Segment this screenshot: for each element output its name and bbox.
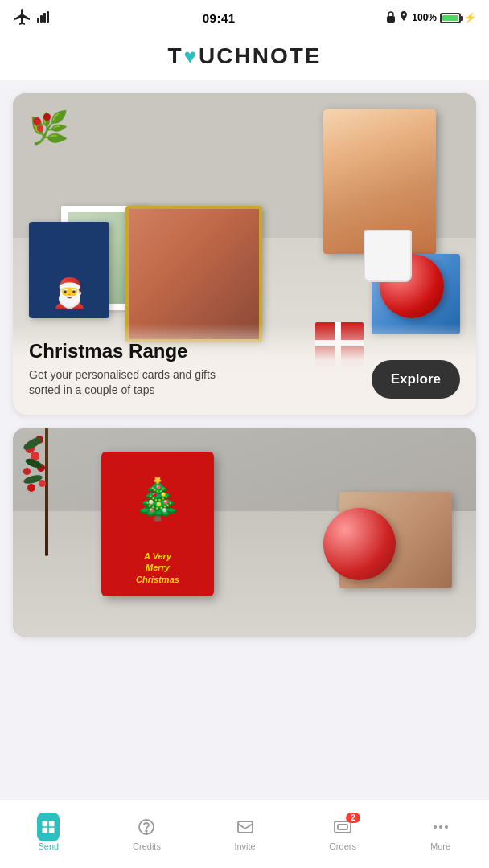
nav-item-invite[interactable]: Invite [221, 809, 269, 851]
send-nav-label: Send [38, 841, 59, 851]
credits-nav-icon [135, 816, 158, 838]
banner-title: Christmas Range [29, 340, 222, 362]
status-bar: 09:41 100% ⚡ [0, 0, 489, 35]
credits-nav-label: Credits [133, 841, 161, 851]
svg-rect-5 [43, 821, 48, 827]
second-banner-card[interactable]: A Very Merry Christmas [13, 428, 476, 637]
logo-heart-icon: ♥ [184, 44, 198, 69]
more-nav-icon [429, 816, 452, 838]
nav-item-more[interactable]: More [417, 809, 465, 851]
lock-icon [386, 11, 396, 25]
svg-rect-13 [338, 825, 347, 829]
main-content: Christmas Range Get your personalised ca… [0, 80, 489, 730]
berry-branch [29, 109, 77, 206]
send-icon-bg [37, 813, 60, 841]
svg-rect-2 [43, 13, 46, 23]
app-logo: T♥UCHNOTE [168, 43, 322, 69]
mug [364, 230, 412, 282]
banner-overlay: Christmas Range Get your personalised ca… [13, 324, 476, 415]
svg-point-15 [439, 825, 442, 829]
svg-rect-4 [387, 16, 395, 23]
banner-text: Christmas Range Get your personalised ca… [29, 340, 222, 399]
logo-t: T [168, 43, 183, 69]
svg-rect-12 [335, 821, 351, 833]
airplane-icon [13, 7, 32, 29]
more-nav-label: More [430, 841, 450, 851]
berry-branch-2 [21, 428, 85, 588]
bottom-nav: Send Credits Invite 2 [0, 800, 489, 868]
svg-rect-1 [40, 15, 43, 23]
status-left [13, 7, 51, 29]
invite-nav-icon [234, 816, 257, 838]
charging-icon: ⚡ [464, 12, 476, 23]
santa-card [29, 222, 109, 318]
christmas-banner-card[interactable]: Christmas Range Get your personalised ca… [13, 93, 476, 415]
explore-button[interactable]: Explore [372, 360, 460, 399]
orders-nav-label: Orders [329, 841, 356, 851]
xmas-card-text: A Very Merry Christmas [101, 551, 214, 585]
send-nav-icon [37, 816, 60, 838]
banner-subtitle: Get your personalised cards and gifts so… [29, 367, 222, 399]
svg-rect-8 [49, 828, 55, 833]
orders-nav-icon: 2 [331, 816, 354, 838]
battery-percent: 100% [412, 12, 437, 23]
invite-nav-label: Invite [234, 841, 255, 851]
christmas-card: A Very Merry Christmas [101, 452, 214, 596]
svg-rect-3 [47, 11, 49, 23]
svg-point-14 [434, 825, 437, 829]
status-time: 09:41 [203, 11, 236, 25]
second-christmas-scene: A Very Merry Christmas [13, 428, 476, 637]
svg-point-16 [445, 825, 448, 829]
couple-card [125, 206, 262, 342]
signal-icon [37, 11, 51, 25]
orders-badge: 2 [346, 813, 360, 823]
location-icon [399, 11, 409, 25]
logo-rest: UCHNOTE [199, 43, 321, 69]
nav-item-send[interactable]: Send [24, 809, 72, 851]
red-ornament-2 [323, 508, 396, 580]
svg-rect-0 [37, 18, 39, 23]
status-right: 100% ⚡ [386, 11, 476, 25]
nav-item-credits[interactable]: Credits [121, 809, 172, 851]
svg-point-10 [146, 830, 148, 832]
svg-rect-6 [49, 821, 55, 827]
svg-rect-7 [43, 828, 48, 833]
battery-icon [440, 12, 461, 23]
svg-rect-11 [238, 821, 253, 833]
nav-item-orders[interactable]: 2 Orders [318, 809, 368, 851]
app-header: T♥UCHNOTE [0, 35, 489, 80]
